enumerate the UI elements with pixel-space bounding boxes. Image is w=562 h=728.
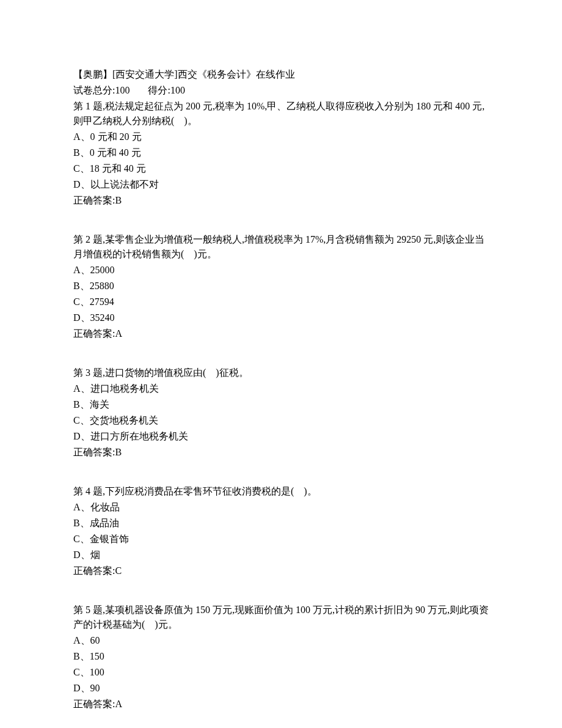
question-option: C、金银首饰 [73,532,489,546]
question-option: B、0 元和 40 元 [73,145,489,160]
question-option: C、27594 [73,295,489,309]
question-option: C、100 [73,665,489,680]
correct-answer: 正确答案:A [73,326,489,341]
total-score-value: 100 [115,85,130,95]
question-option: B、150 [73,649,489,664]
question-prompt: 第 4 题,下列应税消费品在零售环节征收消费税的是( )。 [73,484,489,499]
question-option: B、成品油 [73,516,489,531]
question-block: 第 1 题,税法规定起征点为 200 元,税率为 10%,甲、乙纳税人取得应税收… [73,99,489,208]
correct-answer: 正确答案:B [73,193,489,208]
obtained-score-value: 100 [170,85,185,95]
question-block: 第 3 题,进口货物的增值税应由( )征税。A、进口地税务机关B、海关C、交货地… [73,366,489,460]
total-score-label: 试卷总分: [73,85,115,95]
correct-answer: 正确答案:C [73,564,489,578]
score-line: 试卷总分:100得分:100 [73,83,489,98]
exam-title: 【奥鹏】[西安交通大学]西交《税务会计》在线作业 [73,67,489,82]
correct-answer: 正确答案:A [73,697,489,711]
question-option: C、18 元和 40 元 [73,161,489,176]
question-option: D、35240 [73,311,489,325]
questions-container: 第 1 题,税法规定起征点为 200 元,税率为 10%,甲、乙纳税人取得应税收… [73,99,489,728]
obtained-score-label: 得分: [148,85,170,95]
question-option: A、化妆品 [73,500,489,515]
question-option: D、以上说法都不对 [73,177,489,192]
question-option: B、25880 [73,279,489,293]
question-block: 第 5 题,某项机器设备原值为 150 万元,现账面价值为 100 万元,计税的… [73,603,489,711]
question-block: 第 2 题,某零售企业为增值税一般纳税人,增值税税率为 17%,月含税销售额为 … [73,232,489,341]
question-option: D、90 [73,681,489,696]
question-option: A、60 [73,633,489,648]
correct-answer: 正确答案:B [73,445,489,460]
question-option: A、25000 [73,263,489,278]
question-option: B、海关 [73,397,489,412]
question-prompt: 第 3 题,进口货物的增值税应由( )征税。 [73,366,489,380]
question-option: D、烟 [73,548,489,562]
question-option: A、0 元和 20 元 [73,130,489,144]
question-prompt: 第 1 题,税法规定起征点为 200 元,税率为 10%,甲、乙纳税人取得应税收… [73,99,489,128]
question-prompt: 第 2 题,某零售企业为增值税一般纳税人,增值税税率为 17%,月含税销售额为 … [73,232,489,262]
question-prompt: 第 5 题,某项机器设备原值为 150 万元,现账面价值为 100 万元,计税的… [73,603,489,632]
question-option: A、进口地税务机关 [73,381,489,396]
question-option: D、进口方所在地税务机关 [73,429,489,444]
question-block: 第 4 题,下列应税消费品在零售环节征收消费税的是( )。A、化妆品B、成品油C… [73,484,489,578]
question-option: C、交货地税务机关 [73,413,489,428]
